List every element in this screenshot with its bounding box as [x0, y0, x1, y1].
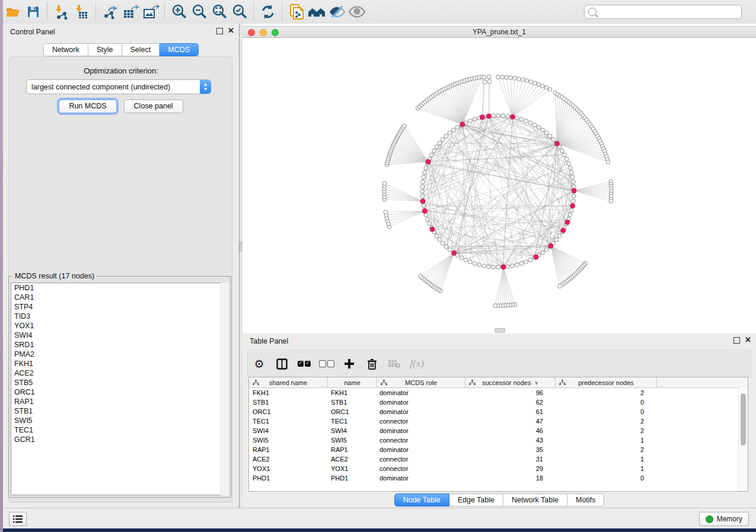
- network-node[interactable]: [505, 75, 509, 79]
- network-node[interactable]: [441, 137, 445, 142]
- network-node[interactable]: [515, 263, 519, 267]
- table-row[interactable]: PHD1PHD1dominator180: [249, 473, 748, 483]
- mcds-node-item[interactable]: STB1: [11, 406, 228, 416]
- network-canvas[interactable]: [243, 37, 756, 334]
- network-node[interactable]: [501, 114, 505, 118]
- mcds-node-item[interactable]: SWI5: [11, 416, 228, 425]
- column-header-mcds_role[interactable]: MCDS role: [377, 377, 465, 387]
- mcds-node[interactable]: [460, 122, 465, 127]
- network-node[interactable]: [609, 199, 613, 203]
- table-row[interactable]: RAP1RAP1dominator352: [249, 445, 748, 454]
- network-node[interactable]: [496, 114, 500, 118]
- network-node[interactable]: [441, 241, 445, 245]
- network-node[interactable]: [468, 119, 473, 123]
- criterion-dropdown[interactable]: largest connected component (undirected)…: [26, 79, 211, 94]
- mcds-node[interactable]: [420, 199, 425, 204]
- network-node[interactable]: [500, 75, 505, 79]
- mcds-result-list[interactable]: PHD1CAR1STP4TID3YOX1SWI4SRD1PMA2FKH1ACE2…: [11, 283, 229, 495]
- import-network-icon[interactable]: [52, 2, 72, 21]
- network-node[interactable]: [544, 248, 548, 252]
- network-node[interactable]: [460, 256, 464, 260]
- mcds-node-item[interactable]: TEC1: [11, 425, 228, 435]
- network-node[interactable]: [448, 131, 452, 135]
- mcds-node[interactable]: [486, 114, 491, 118]
- network-node[interactable]: [572, 180, 576, 184]
- network-node[interactable]: [544, 86, 548, 90]
- network-node[interactable]: [448, 248, 452, 252]
- network-node[interactable]: [384, 210, 388, 214]
- network-node[interactable]: [568, 166, 572, 170]
- network-node[interactable]: [424, 166, 428, 170]
- mcds-node-item[interactable]: SWI4: [11, 331, 228, 340]
- network-node[interactable]: [572, 194, 576, 198]
- tab-select[interactable]: Select: [122, 43, 160, 56]
- open-file-icon[interactable]: [3, 2, 23, 21]
- network-node[interactable]: [554, 238, 559, 242]
- network-node[interactable]: [565, 157, 569, 161]
- network-node[interactable]: [572, 185, 576, 189]
- search-box[interactable]: [584, 5, 742, 19]
- network-node[interactable]: [541, 251, 545, 255]
- network-node[interactable]: [606, 160, 610, 164]
- column-header-name[interactable]: name: [328, 377, 377, 387]
- table-row[interactable]: ACE2ACE2connector311: [249, 454, 748, 464]
- network-node[interactable]: [477, 263, 481, 267]
- network-node[interactable]: [563, 153, 567, 157]
- network-node[interactable]: [570, 209, 574, 213]
- network-node[interactable]: [570, 171, 574, 175]
- column-header-predecessor_nodes[interactable]: predecessor nodes: [556, 377, 657, 387]
- network-node[interactable]: [506, 114, 510, 118]
- column-header-shared_name[interactable]: shared name: [249, 377, 328, 387]
- mcds-node[interactable]: [510, 114, 515, 119]
- tab-network[interactable]: Network: [43, 43, 88, 56]
- table-row[interactable]: YOX1YOX1connector291: [249, 464, 748, 473]
- network-node[interactable]: [560, 149, 564, 153]
- deselect-all-icon[interactable]: [315, 360, 338, 367]
- network-node[interactable]: [511, 264, 515, 268]
- network-node[interactable]: [513, 76, 517, 81]
- network-node[interactable]: [519, 261, 524, 265]
- network-node[interactable]: [516, 77, 521, 81]
- network-node[interactable]: [420, 194, 425, 198]
- mcds-node-item[interactable]: FKH1: [11, 359, 228, 368]
- network-node[interactable]: [532, 123, 537, 127]
- network-node[interactable]: [548, 134, 552, 138]
- mcds-node[interactable]: [548, 243, 553, 248]
- network-node[interactable]: [473, 117, 477, 121]
- zoom-in-icon[interactable]: [169, 2, 189, 21]
- network-node[interactable]: [492, 114, 496, 118]
- network-node[interactable]: [493, 304, 497, 308]
- show-all-icon[interactable]: [347, 2, 367, 21]
- table-row[interactable]: STB1STB1dominator620: [249, 398, 748, 407]
- network-node[interactable]: [438, 238, 442, 242]
- mcds-node-item[interactable]: YOX1: [11, 321, 228, 331]
- network-node[interactable]: [483, 80, 487, 84]
- network-node[interactable]: [420, 190, 425, 194]
- network-node[interactable]: [496, 265, 500, 270]
- column-header-successor_nodes[interactable]: successor nodes∨: [465, 377, 556, 387]
- network-node[interactable]: [528, 258, 532, 262]
- network-node[interactable]: [444, 134, 448, 138]
- add-column-icon[interactable]: [338, 358, 361, 369]
- export-table-icon[interactable]: [120, 2, 141, 21]
- mcds-node-item[interactable]: STP4: [11, 302, 228, 312]
- zoom-out-icon[interactable]: [189, 2, 209, 21]
- tab-motifs[interactable]: Motifs: [567, 493, 604, 507]
- network-node[interactable]: [541, 128, 545, 132]
- mcds-node-item[interactable]: STB5: [11, 378, 228, 387]
- network-node[interactable]: [529, 80, 533, 84]
- first-neighbors-icon[interactable]: [307, 2, 327, 21]
- mcds-node-item[interactable]: TID3: [11, 312, 228, 321]
- mcds-node-item[interactable]: PMA2: [11, 350, 228, 359]
- network-node[interactable]: [572, 199, 576, 203]
- network-node[interactable]: [444, 245, 448, 249]
- tab-network-table[interactable]: Network Table: [503, 493, 567, 507]
- close-panel-button[interactable]: Close panel: [124, 100, 183, 113]
- network-node[interactable]: [551, 137, 556, 142]
- apply-layout-icon[interactable]: [258, 2, 278, 21]
- table-scrollbar[interactable]: [738, 387, 748, 491]
- float-table-panel-icon[interactable]: [733, 337, 740, 344]
- zoom-fit-icon[interactable]: [209, 2, 229, 21]
- network-node[interactable]: [482, 264, 486, 268]
- network-node[interactable]: [435, 234, 439, 238]
